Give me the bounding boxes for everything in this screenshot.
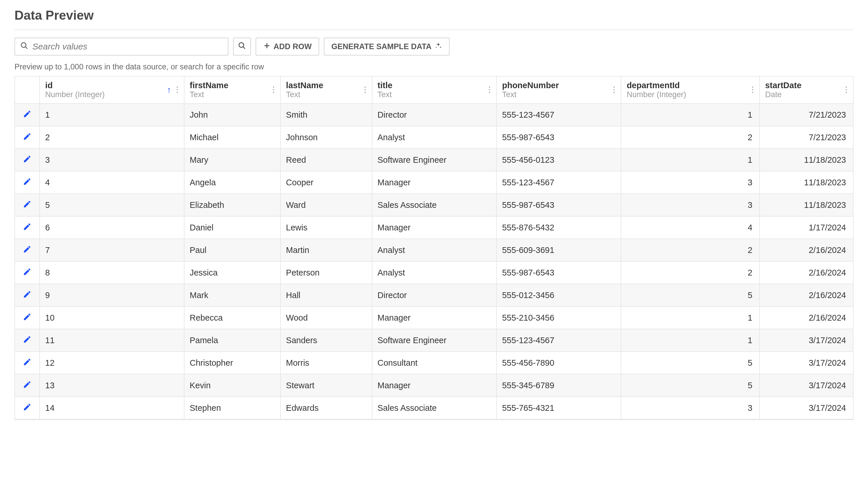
search-input-wrap[interactable] [14, 38, 228, 56]
cell-firstName[interactable]: Paul [184, 239, 280, 261]
edit-row-button[interactable] [15, 126, 40, 149]
cell-title[interactable]: Analyst [372, 126, 497, 149]
cell-title[interactable]: Manager [372, 171, 497, 194]
cell-firstName[interactable]: Rebecca [184, 306, 280, 329]
sort-asc-icon[interactable]: ↑ [167, 85, 171, 95]
cell-departmentId[interactable]: 3 [621, 171, 760, 194]
cell-id[interactable]: 4 [40, 171, 184, 194]
cell-lastName[interactable]: Reed [280, 149, 372, 171]
cell-phoneNumber[interactable]: 555-210-3456 [496, 306, 621, 329]
cell-firstName[interactable]: Daniel [184, 216, 280, 239]
cell-departmentId[interactable]: 1 [621, 149, 760, 171]
edit-row-button[interactable] [15, 103, 40, 126]
header-id[interactable]: id Number (Integer) ↑ ⋮ [40, 77, 184, 103]
cell-departmentId[interactable]: 3 [621, 397, 760, 419]
cell-lastName[interactable]: Morris [280, 352, 372, 374]
column-menu-icon[interactable]: ⋮ [749, 89, 756, 91]
edit-row-button[interactable] [15, 397, 40, 419]
cell-lastName[interactable]: Edwards [280, 397, 372, 419]
edit-row-button[interactable] [15, 352, 40, 374]
cell-title[interactable]: Software Engineer [372, 149, 497, 171]
cell-lastName[interactable]: Sanders [280, 329, 372, 352]
header-firstName[interactable]: firstName Text ⋮ [184, 77, 280, 103]
cell-phoneNumber[interactable]: 555-123-4567 [496, 103, 621, 126]
search-button[interactable] [233, 38, 251, 56]
cell-phoneNumber[interactable]: 555-987-6543 [496, 126, 621, 149]
cell-startDate[interactable]: 11/18/2023 [760, 171, 853, 194]
cell-firstName[interactable]: Mark [184, 284, 280, 306]
cell-title[interactable]: Sales Associate [372, 194, 497, 216]
cell-departmentId[interactable]: 2 [621, 239, 760, 261]
add-row-button[interactable]: ADD ROW [256, 38, 319, 56]
column-menu-icon[interactable]: ⋮ [270, 89, 277, 91]
column-menu-icon[interactable]: ⋮ [486, 89, 493, 91]
cell-id[interactable]: 5 [40, 194, 184, 216]
cell-phoneNumber[interactable]: 555-876-5432 [496, 216, 621, 239]
cell-departmentId[interactable]: 5 [621, 374, 760, 397]
cell-id[interactable]: 2 [40, 126, 184, 149]
cell-phoneNumber[interactable]: 555-765-4321 [496, 397, 621, 419]
cell-lastName[interactable]: Peterson [280, 261, 372, 284]
cell-lastName[interactable]: Lewis [280, 216, 372, 239]
column-menu-icon[interactable]: ⋮ [174, 89, 181, 91]
cell-firstName[interactable]: Angela [184, 171, 280, 194]
cell-firstName[interactable]: Stephen [184, 397, 280, 419]
column-menu-icon[interactable]: ⋮ [362, 89, 369, 91]
header-lastName[interactable]: lastName Text ⋮ [280, 77, 372, 103]
cell-phoneNumber[interactable]: 555-123-4567 [496, 329, 621, 352]
cell-firstName[interactable]: Jessica [184, 261, 280, 284]
cell-id[interactable]: 9 [40, 284, 184, 306]
cell-startDate[interactable]: 3/17/2024 [760, 352, 853, 374]
cell-title[interactable]: Analyst [372, 239, 497, 261]
cell-departmentId[interactable]: 5 [621, 352, 760, 374]
cell-lastName[interactable]: Johnson [280, 126, 372, 149]
cell-firstName[interactable]: Kevin [184, 374, 280, 397]
header-startDate[interactable]: startDate Date ⋮ [760, 77, 853, 103]
cell-id[interactable]: 7 [40, 239, 184, 261]
cell-firstName[interactable]: Mary [184, 149, 280, 171]
cell-departmentId[interactable]: 1 [621, 103, 760, 126]
cell-startDate[interactable]: 11/18/2023 [760, 194, 853, 216]
cell-startDate[interactable]: 11/18/2023 [760, 149, 853, 171]
cell-departmentId[interactable]: 1 [621, 329, 760, 352]
cell-startDate[interactable]: 2/16/2024 [760, 306, 853, 329]
cell-id[interactable]: 13 [40, 374, 184, 397]
cell-firstName[interactable]: John [184, 103, 280, 126]
cell-phoneNumber[interactable]: 555-987-6543 [496, 261, 621, 284]
cell-departmentId[interactable]: 5 [621, 284, 760, 306]
edit-row-button[interactable] [15, 284, 40, 306]
column-menu-icon[interactable]: ⋮ [842, 89, 850, 91]
cell-phoneNumber[interactable]: 555-123-4567 [496, 171, 621, 194]
cell-phoneNumber[interactable]: 555-456-7890 [496, 352, 621, 374]
cell-lastName[interactable]: Smith [280, 103, 372, 126]
cell-lastName[interactable]: Hall [280, 284, 372, 306]
edit-row-button[interactable] [15, 329, 40, 352]
cell-lastName[interactable]: Cooper [280, 171, 372, 194]
cell-id[interactable]: 11 [40, 329, 184, 352]
cell-id[interactable]: 1 [40, 103, 184, 126]
cell-id[interactable]: 12 [40, 352, 184, 374]
header-phoneNumber[interactable]: phoneNumber Text ⋮ [496, 77, 621, 103]
cell-startDate[interactable]: 2/16/2024 [760, 284, 853, 306]
cell-startDate[interactable]: 3/17/2024 [760, 329, 853, 352]
cell-title[interactable]: Director [372, 284, 497, 306]
cell-lastName[interactable]: Ward [280, 194, 372, 216]
cell-startDate[interactable]: 7/21/2023 [760, 126, 853, 149]
cell-phoneNumber[interactable]: 555-345-6789 [496, 374, 621, 397]
cell-departmentId[interactable]: 4 [621, 216, 760, 239]
cell-firstName[interactable]: Christopher [184, 352, 280, 374]
edit-row-button[interactable] [15, 239, 40, 261]
header-title[interactable]: title Text ⋮ [372, 77, 497, 103]
cell-title[interactable]: Manager [372, 374, 497, 397]
cell-id[interactable]: 14 [40, 397, 184, 419]
edit-row-button[interactable] [15, 306, 40, 329]
cell-departmentId[interactable]: 2 [621, 261, 760, 284]
column-menu-icon[interactable]: ⋮ [610, 89, 618, 91]
edit-row-button[interactable] [15, 216, 40, 239]
cell-title[interactable]: Director [372, 103, 497, 126]
edit-row-button[interactable] [15, 194, 40, 216]
cell-id[interactable]: 3 [40, 149, 184, 171]
edit-row-button[interactable] [15, 149, 40, 171]
cell-title[interactable]: Analyst [372, 261, 497, 284]
cell-lastName[interactable]: Wood [280, 306, 372, 329]
